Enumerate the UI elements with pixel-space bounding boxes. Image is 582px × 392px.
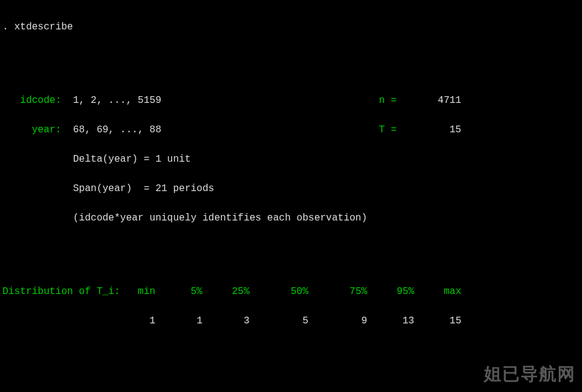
delta-row: Delta(year) = 1 unit (2, 152, 580, 167)
terminal-output: . xtdescribe idcode: 1, 2, ..., 5159 n =… (0, 0, 582, 392)
idcode-row: idcode: 1, 2, ..., 5159 n = 4711 (2, 93, 580, 108)
watermark: 姐已导航网 (484, 361, 576, 387)
year-row: year: 68, 69, ..., 88 T = 15 (2, 123, 580, 137)
dist-header-row: Distribution of T_i: min 5% 25% 50% 75% … (2, 284, 580, 299)
dist-values-row: 1 1 3 5 9 13 15 (2, 314, 580, 328)
pattern-table: Freq. Percent Cum. │ Pattern ───────────… (12, 387, 580, 392)
command-line: . xtdescribe (2, 20, 580, 34)
span-row: Span(year) = 21 periods (2, 181, 580, 196)
unique-row: (idcode*year uniquely identifies each ob… (2, 211, 580, 225)
